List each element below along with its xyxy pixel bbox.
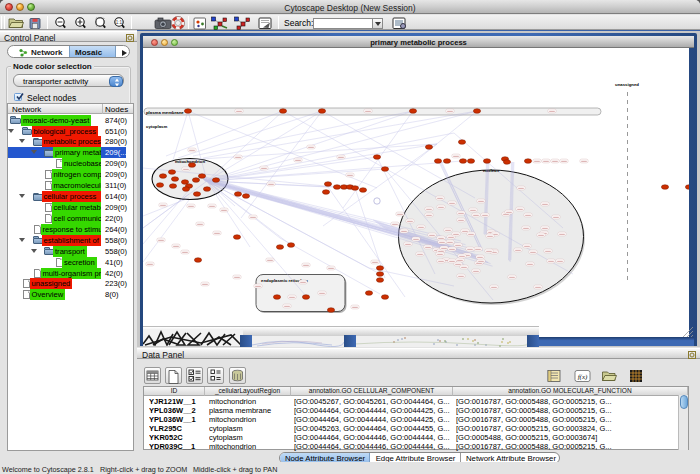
svg-text:plasma membrane: plasma membrane xyxy=(146,110,184,115)
svg-text:1:1: 1:1 xyxy=(116,20,123,25)
svg-text:Search:: Search: xyxy=(284,18,313,28)
svg-text:unassigned: unassigned xyxy=(615,82,639,87)
svg-text:f(x): f(x) xyxy=(578,373,588,381)
svg-text:cytoplasm: cytoplasm xyxy=(146,124,167,129)
